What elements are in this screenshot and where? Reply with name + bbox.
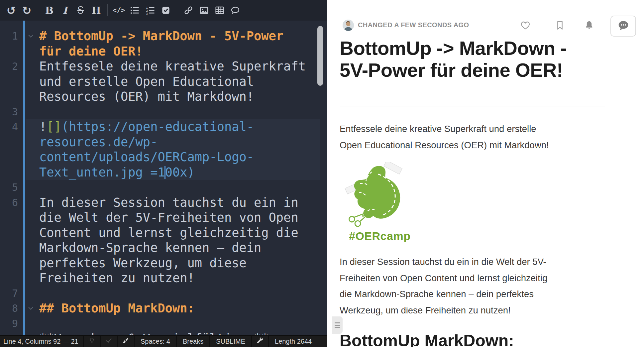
- brush-icon: [122, 337, 130, 346]
- strikethrough-button[interactable]: S: [73, 3, 88, 18]
- strikethrough-icon: S: [77, 5, 84, 16]
- code-line[interactable]: Content und lernst gleichzeitig die: [0, 225, 327, 241]
- ordered-list-button[interactable]: 123: [142, 3, 158, 18]
- comment-icon: [230, 5, 240, 15]
- image-button[interactable]: [196, 3, 212, 18]
- code-line[interactable]: 4![](https://open-educational-: [0, 119, 327, 135]
- oercamp-flame-image: [340, 162, 408, 228]
- table-button[interactable]: [212, 3, 227, 18]
- tape-top: [384, 162, 402, 174]
- line-number: 9: [0, 316, 18, 331]
- code-line[interactable]: 8## BottomUp MarkDown:: [0, 301, 327, 316]
- status-night-mode[interactable]: [84, 336, 101, 347]
- comment-panel-button[interactable]: [610, 16, 636, 37]
- line-number: 3: [0, 104, 18, 120]
- heading-button[interactable]: H: [88, 3, 104, 18]
- status-indent-width[interactable]: Spaces: 4: [135, 336, 177, 347]
- toolbar-divider: [177, 4, 177, 16]
- doc-title: BottomUp -> MarkDown -5V-Power für deine…: [340, 37, 605, 81]
- redo-icon: ↻: [22, 5, 32, 16]
- comment-button[interactable]: [227, 3, 243, 18]
- status-filler: [318, 336, 327, 347]
- fold-toggle-icon[interactable]: [28, 301, 34, 316]
- check-list-icon: [161, 5, 171, 15]
- oercamp-logo-text: #OERcamp: [349, 230, 409, 243]
- status-linebreaks[interactable]: Breaks: [177, 336, 210, 347]
- code-line[interactable]: für deine OER!: [0, 44, 327, 59]
- status-bar: Line 4, Columns 92 — 21Spaces: 4BreaksSU…: [0, 335, 327, 347]
- toc-toggle[interactable]: [332, 316, 343, 334]
- line-number: 1: [0, 29, 18, 44]
- status-spellcheck[interactable]: [101, 336, 118, 347]
- editor-scrollbar-thumb[interactable]: [317, 26, 323, 86]
- italic-icon: I: [62, 5, 67, 16]
- undo-button[interactable]: ↺: [3, 3, 19, 18]
- session-paragraph: In dieser Session tauchst du ein in die …: [340, 254, 605, 318]
- editor-toolbar: ↺↻BISH</>123: [0, 0, 327, 21]
- code-line[interactable]: content/uploads/OERCamp-Logo-: [0, 150, 327, 165]
- link-icon: [183, 5, 193, 15]
- section-heading: BottomUp MarkDown:: [340, 331, 605, 347]
- line-number: 10: [0, 331, 18, 335]
- code-line[interactable]: 7: [0, 286, 327, 301]
- code-line[interactable]: Freiheiten zu nutzen!: [0, 271, 327, 286]
- toolbar-divider: [107, 4, 108, 16]
- status-keymap[interactable]: SUBLIME: [210, 336, 252, 347]
- fold-toggle-icon[interactable]: [28, 29, 34, 44]
- comment-bubble-icon: [617, 19, 630, 34]
- line-number: 7: [0, 286, 18, 301]
- status-doc-length[interactable]: Length 2644: [269, 336, 318, 347]
- ordered-list-icon: 123: [145, 5, 155, 15]
- code-button[interactable]: </>: [111, 3, 127, 18]
- code-line[interactable]: Text_unten.jpg =100x): [0, 165, 327, 180]
- undo-icon: ↺: [7, 5, 16, 16]
- line-number: 5: [0, 180, 18, 195]
- code-line[interactable]: 3: [0, 104, 327, 120]
- code-line[interactable]: perfektes Werkzeug, um diese: [0, 256, 327, 271]
- table-icon: [215, 5, 225, 15]
- svg-text:3: 3: [146, 12, 148, 15]
- oercamp-logo: #OERcamp: [340, 162, 409, 243]
- code-line[interactable]: Resources (OER) mit Markdown!: [0, 89, 327, 104]
- check-list-button[interactable]: [158, 3, 173, 18]
- line-number: 8: [0, 301, 18, 316]
- code-line[interactable]: die Welt der 5V-Freiheiten von Open: [0, 210, 327, 225]
- italic-button[interactable]: I: [57, 3, 73, 18]
- line-number: 4: [0, 119, 18, 135]
- editor-pane: ↺↻BISH</>123 1# BottomUp -> MarkDown - 5…: [0, 0, 327, 347]
- bold-button[interactable]: B: [42, 3, 57, 18]
- line-number: 2: [0, 59, 18, 74]
- code-line[interactable]: Markdown-Sprache kennen – dein: [0, 240, 327, 256]
- preview-content: BottomUp -> MarkDown -5V-Power für deine…: [340, 0, 605, 347]
- status-theme[interactable]: [118, 336, 135, 347]
- code-line[interactable]: 5: [0, 180, 327, 195]
- bold-icon: B: [45, 5, 54, 16]
- hamburger-icon: [335, 322, 340, 323]
- redo-button[interactable]: ↻: [19, 3, 35, 18]
- code-line[interactable]: und erstelle Open Educational: [0, 74, 327, 89]
- toolbar-divider: [38, 4, 38, 16]
- code-line[interactable]: 10**Verwahren & Vervielfältigen**: [0, 331, 327, 335]
- line-number: 6: [0, 195, 18, 210]
- heading-icon: H: [91, 5, 101, 16]
- code-line[interactable]: 6In dieser Session tauchst du ein in: [0, 195, 327, 210]
- code-icon: </>: [113, 6, 125, 14]
- code-line[interactable]: resources.de/wp-: [0, 135, 327, 150]
- lightbulb-icon: [88, 337, 96, 346]
- intro-paragraph: Entfessele deine kreative Superkraft und…: [340, 121, 605, 153]
- unordered-list-icon: [130, 5, 140, 15]
- preview-pane[interactable]: CHANGED A FEW SECONDS AGO BottomUp -> Ma…: [327, 0, 644, 347]
- hackmd-app: ↺↻BISH</>123 1# BottomUp -> MarkDown - 5…: [0, 0, 644, 347]
- code-line[interactable]: 1# BottomUp -> MarkDown - 5V-Power: [0, 29, 327, 44]
- title-divider: [340, 106, 605, 106]
- gutter-accent-bar: [23, 21, 25, 335]
- check-icon: [105, 337, 113, 346]
- code-line[interactable]: 9: [0, 316, 327, 331]
- code-line[interactable]: 2Entfessele deine kreative Superkraft: [0, 59, 327, 74]
- unordered-list-button[interactable]: [127, 3, 142, 18]
- code-editor[interactable]: 1# BottomUp -> MarkDown - 5V-Powerfür de…: [0, 21, 327, 335]
- status-preferences[interactable]: [252, 336, 269, 347]
- wrench-icon: [256, 337, 264, 346]
- status-cursor-position[interactable]: Line 4, Columns 92 — 21: [0, 336, 84, 347]
- link-button[interactable]: [180, 3, 196, 18]
